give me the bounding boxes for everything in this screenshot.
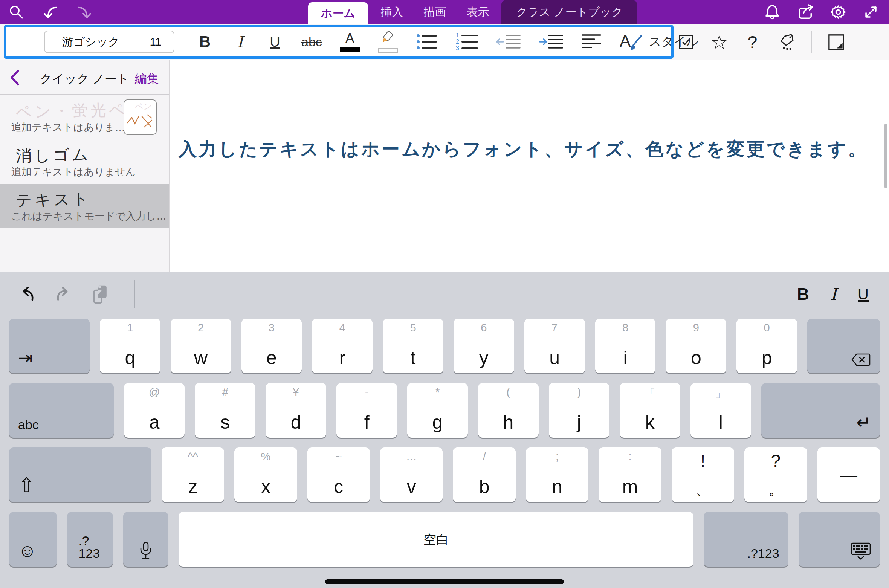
key-g[interactable]: *g: [407, 383, 468, 438]
key-dash[interactable]: —: [817, 447, 880, 502]
tab-view[interactable]: 表示: [456, 0, 499, 24]
key-space[interactable]: 空白: [179, 512, 693, 567]
bold-button[interactable]: B: [797, 285, 809, 304]
question-tag-button[interactable]: ?: [744, 32, 761, 52]
svg-text:ペン: ペン: [135, 102, 152, 111]
key-abc[interactable]: abc: [9, 383, 114, 438]
key-w[interactable]: 2w: [171, 319, 231, 373]
key-b[interactable]: /b: [453, 447, 515, 502]
key-y[interactable]: 6y: [454, 319, 514, 373]
key-label: abc: [18, 418, 39, 431]
key-n[interactable]: ;n: [526, 447, 588, 502]
key-question[interactable]: ?。: [744, 447, 807, 502]
key-z[interactable]: ^^z: [162, 447, 224, 502]
key-sublabel: 2: [171, 322, 231, 334]
key-mic[interactable]: [123, 512, 168, 567]
key-j[interactable]: )j: [549, 383, 609, 438]
search-icon[interactable]: [8, 4, 24, 20]
outdent-button[interactable]: [496, 33, 521, 50]
tab-home[interactable]: ホーム: [308, 2, 368, 24]
undo-icon[interactable]: [18, 286, 35, 303]
font-color-button[interactable]: A: [340, 32, 360, 52]
font-field: 游ゴシック 11: [44, 31, 174, 53]
key-numbers-right[interactable]: .?123: [704, 512, 788, 567]
numbered-list-button[interactable]: 123: [455, 32, 479, 52]
key-exclamation[interactable]: !、: [672, 447, 734, 502]
key-u[interactable]: 7u: [524, 319, 585, 373]
key-i[interactable]: 8i: [595, 319, 656, 373]
note-canvas[interactable]: 入力したテキストはホームからフォント、サイズ、色などを変更できます。: [170, 60, 889, 272]
fullscreen-icon[interactable]: [863, 4, 879, 20]
tags-button[interactable]: [777, 33, 795, 51]
key-return[interactable]: ↵: [761, 383, 880, 438]
page-list-item[interactable]: ペン・蛍光ペン追加テキストはありま…ペン: [0, 95, 169, 139]
key-numbers-left[interactable]: .?123: [67, 512, 113, 567]
key-e[interactable]: 3e: [241, 319, 302, 373]
note-text: 入力したテキストはホームからフォント、サイズ、色などを変更できます。: [179, 137, 868, 161]
font-size-selector[interactable]: 11: [137, 35, 174, 48]
share-icon[interactable]: [796, 3, 814, 21]
onscreen-keyboard: B I U ⇥1q2w3e4r5t6y7u8i9o0pabc@a#s¥d-f*g…: [0, 272, 889, 588]
key-s[interactable]: #s: [195, 383, 255, 438]
tab-draw[interactable]: 描画: [413, 0, 456, 24]
settings-icon[interactable]: [829, 3, 847, 21]
redo-icon[interactable]: [55, 286, 72, 303]
key-o[interactable]: 9o: [666, 319, 726, 373]
undo-icon[interactable]: [41, 3, 59, 21]
tab-insert[interactable]: 挿入: [370, 0, 413, 24]
sticky-note-button[interactable]: [828, 34, 845, 51]
styles-icon: A: [620, 32, 644, 51]
home-indicator[interactable]: [325, 579, 564, 584]
key-f[interactable]: -f: [336, 383, 397, 438]
underline-button[interactable]: U: [858, 286, 869, 303]
page-list-item[interactable]: 消しゴム追加テキストはありません: [0, 139, 169, 184]
key-sublabel: 5: [383, 322, 443, 334]
key-p[interactable]: 0p: [736, 319, 797, 373]
vertical-scrollbar[interactable]: [884, 124, 887, 188]
highlight-button[interactable]: [378, 31, 398, 53]
bullet-list-button[interactable]: [416, 33, 438, 51]
key-label: h: [478, 413, 539, 432]
key-l[interactable]: 」l: [690, 383, 751, 438]
italic-button[interactable]: I: [830, 285, 837, 304]
key-backspace[interactable]: [807, 319, 880, 373]
key-k[interactable]: 「k: [620, 383, 680, 438]
edit-button[interactable]: 編集: [135, 71, 159, 87]
font-name-selector[interactable]: 游ゴシック: [45, 34, 137, 50]
key-dismiss[interactable]: [799, 512, 880, 567]
strikethrough-button[interactable]: abc: [301, 35, 322, 49]
svg-text:A: A: [620, 32, 631, 50]
key-sublabel: *: [407, 386, 468, 399]
key-shift[interactable]: ⇧: [9, 447, 151, 502]
bold-button[interactable]: B: [196, 33, 214, 51]
key-c[interactable]: ~c: [307, 447, 370, 502]
key-x[interactable]: %x: [234, 447, 297, 502]
key-label: n: [526, 477, 588, 496]
todo-tag-button[interactable]: [677, 35, 695, 49]
key-v[interactable]: …v: [380, 447, 443, 502]
important-tag-button[interactable]: ☆: [710, 32, 728, 52]
notifications-icon[interactable]: [764, 4, 781, 20]
tab-class-notebook[interactable]: クラス ノートブック: [501, 0, 637, 24]
key-r[interactable]: 4r: [312, 319, 373, 373]
key-h[interactable]: (h: [478, 383, 539, 438]
paste-icon[interactable]: [92, 284, 108, 304]
page-title-handwritten: テキスト: [15, 188, 91, 211]
underline-button[interactable]: U: [266, 34, 284, 50]
key-m[interactable]: :m: [599, 447, 661, 502]
key-label: s: [195, 413, 255, 432]
italic-button[interactable]: I: [231, 33, 249, 51]
key-tab[interactable]: ⇥: [9, 319, 90, 373]
indent-button[interactable]: [539, 33, 564, 50]
page-list-item[interactable]: テキストこれはテキストモードで入力し…: [0, 184, 169, 228]
key-a[interactable]: @a: [124, 383, 185, 438]
page-subtitle: これはテキストモードで入力し…: [11, 209, 166, 223]
key-q[interactable]: 1q: [100, 319, 160, 373]
key-label: x: [234, 477, 297, 496]
key-sublabel: 、: [672, 483, 734, 497]
key-d[interactable]: ¥d: [266, 383, 326, 438]
redo-icon[interactable]: [76, 3, 93, 21]
key-t[interactable]: 5t: [383, 319, 443, 373]
align-button[interactable]: [582, 34, 602, 50]
key-emoji[interactable]: ☺: [9, 512, 57, 567]
